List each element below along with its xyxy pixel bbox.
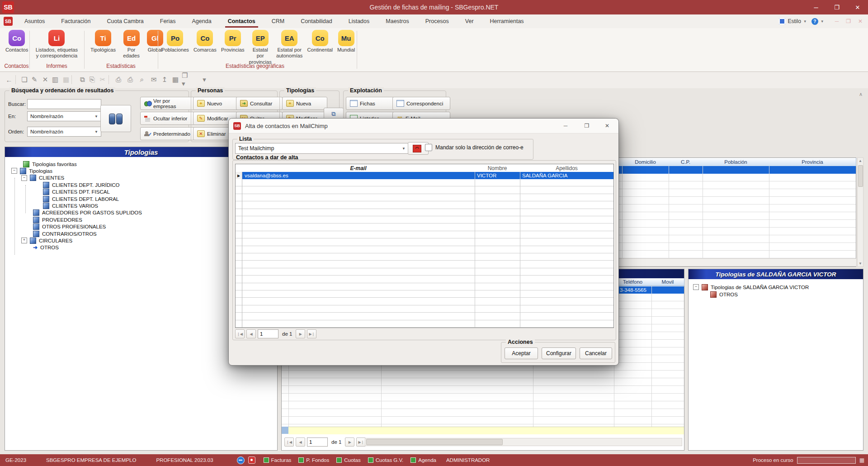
menu-item-crm[interactable]: CRM <box>264 14 292 28</box>
send-only-email-option[interactable]: Mandar solo la dirección de correo-e <box>425 144 524 151</box>
open-icon[interactable]: ▥ <box>50 74 61 85</box>
menu-item-listados[interactable]: Listados <box>340 14 378 28</box>
send-only-email-checkbox[interactable] <box>425 144 432 151</box>
back-icon[interactable]: ← <box>4 74 14 85</box>
en-select[interactable]: Nombre/razón▼ <box>27 111 101 121</box>
horizontal-scrollbar[interactable] <box>365 438 682 446</box>
menu-item-ver[interactable]: Ver <box>457 14 482 28</box>
help-menu[interactable]: ? ▼ <box>811 18 824 25</box>
column-header-telefono[interactable]: Teléfono <box>614 278 652 286</box>
tree-item-tipologias[interactable]: −Tipologias <box>11 167 52 174</box>
ribbon-button-comarcas[interactable]: CoComarcas <box>193 30 217 53</box>
column-header-movil[interactable]: Movil <box>651 278 684 286</box>
mdi-close-icon[interactable]: ✕ <box>858 18 863 24</box>
nueva-tipologia-button[interactable]: ✦Nueva <box>282 97 327 110</box>
vertical-scrollbar[interactable]: ▲ ▼ <box>857 157 863 267</box>
tree-item-otros-profesionales[interactable]: OTROS PROFESIONALES <box>33 223 106 230</box>
aceptar-button[interactable]: Aceptar <box>505 347 538 359</box>
ribbon-button-mundial[interactable]: MuMundial <box>337 30 355 53</box>
collapse-icon[interactable]: − <box>693 284 699 290</box>
menu-item-ferias[interactable]: Ferias <box>152 14 184 28</box>
search-binoculars-button[interactable] <box>100 105 131 132</box>
dialog-maximize-icon[interactable]: ❐ <box>576 119 597 133</box>
edit-icon[interactable]: ✎ <box>29 74 40 85</box>
close-icon[interactable]: ✕ <box>847 0 868 14</box>
tree-item-clientes-varios[interactable]: CLIENTES VARIOS <box>43 202 98 209</box>
mdi-minimize-icon[interactable]: ─ <box>835 18 839 24</box>
consultar-button[interactable]: ➜Consultar <box>236 97 283 110</box>
next-record-icon[interactable]: ▶ <box>345 437 354 447</box>
preview-icon[interactable]: ⌕ <box>137 74 147 85</box>
ribbon-button-estatal-por-provincias[interactable]: EPEstatal por provincias <box>249 30 272 65</box>
send-mail-icon[interactable]: ✉ <box>148 74 159 85</box>
tree-item-contrarios-otros[interactable]: CONTRARIOS/OTROS <box>33 230 97 237</box>
tree-item-clientes[interactable]: −CLIENTES <box>21 175 64 181</box>
ribbon-button-listados-etiquetas-y-correspondencia[interactable]: LiListados, etiquetas y correspondencia <box>36 30 78 59</box>
tree-item-clientes-dept-laboral[interactable]: CLIENTES DEPT. LABORAL <box>43 195 119 202</box>
column-header-nombre[interactable]: Nombre <box>475 164 520 172</box>
nuevo-button[interactable]: ✦Nuevo <box>193 97 240 110</box>
maximize-icon[interactable]: ❐ <box>826 0 847 14</box>
save-icon[interactable]: ▦ <box>61 74 71 85</box>
configurar-button[interactable]: Configurar <box>542 347 576 359</box>
menu-item-facturaci-n[interactable]: Facturación <box>53 14 99 28</box>
cancelar-button[interactable]: Cancelar <box>580 347 612 359</box>
dialog-close-icon[interactable]: ✕ <box>597 119 618 133</box>
selected-contact-row[interactable]: vsaldana@sbss.es VICTOR SALDAÑA GARCIA <box>242 172 613 179</box>
tree-item-acreedores-por-gastos-suplidos[interactable]: ACREEDORES POR GASTOS SUPLIDOS <box>33 209 142 216</box>
page-number-field[interactable]: 1 <box>307 437 328 447</box>
ribbon-button-poblaciones[interactable]: PoPoblaciones <box>161 30 189 53</box>
tree-item-clientes-dept-jur-dico[interactable]: CLIENTES DEPT. JURÍDICO <box>43 181 120 188</box>
ribbon-button-tipol-gicas[interactable]: TiTipológicas <box>90 30 116 53</box>
tree-item-otros[interactable]: OTROS <box>710 291 738 298</box>
toolbar-options-icon[interactable]: ▾ <box>199 74 210 85</box>
window-icon[interactable]: ▦ <box>170 74 181 85</box>
collapse-icon[interactable]: − <box>21 175 27 181</box>
ver-por-empresas-button[interactable]: Ver por empresas <box>140 97 194 110</box>
export-icon[interactable]: ↥ <box>159 74 170 85</box>
expand-icon[interactable]: + <box>21 238 27 243</box>
menu-item-contabilidad[interactable]: Contabilidad <box>292 14 340 28</box>
ocultar-inferior-button[interactable]: Ocultar inferior <box>140 112 194 125</box>
dialog-minimize-icon[interactable]: ─ <box>555 119 576 133</box>
scrollbar-thumb[interactable] <box>858 165 863 187</box>
tree-item-circulares[interactable]: +CIRCULARES <box>21 237 72 244</box>
search-input[interactable] <box>27 99 101 109</box>
tree-item-otros[interactable]: ➜OTROS <box>33 244 59 251</box>
minimize-icon[interactable]: ─ <box>806 0 826 14</box>
empty-rows[interactable] <box>236 179 613 328</box>
menu-item-maestros[interactable]: Maestros <box>377 14 417 28</box>
print-setup-icon[interactable]: ⎙ <box>125 74 136 85</box>
print-icon[interactable]: ⎙ <box>113 74 124 85</box>
column-header-apellidos[interactable]: Apellidos <box>520 164 613 172</box>
lista-select[interactable]: Test Mailchimp ▼ <box>235 143 409 154</box>
paste-icon[interactable]: ⎘ <box>87 74 98 85</box>
cut-icon[interactable]: ✂ <box>97 74 108 85</box>
previous-record-icon[interactable]: ◀ <box>296 437 305 447</box>
ribbon-button-por-edades[interactable]: EdPor edades <box>123 30 140 59</box>
menu-item-agenda[interactable]: Agenda <box>184 14 220 28</box>
cascade-windows-icon[interactable]: ❐ ▾ <box>182 74 193 85</box>
menu-item-contactos[interactable]: Contactos <box>220 14 264 28</box>
ribbon-button-contactos[interactable]: CoContactos <box>5 30 28 53</box>
mdi-restore-icon[interactable]: ❐ <box>846 18 851 24</box>
scroll-down-icon[interactable]: ▼ <box>859 262 862 266</box>
scrollbar-thumb[interactable] <box>366 439 503 445</box>
fichas-button[interactable]: Fichas <box>346 97 395 110</box>
new-document-icon[interactable]: ❏ <box>19 74 30 85</box>
column-header-poblacion[interactable]: Población <box>703 158 769 166</box>
menu-item-herramientas[interactable]: Herramientas <box>482 14 532 28</box>
scroll-up-icon[interactable]: ▲ <box>859 159 862 163</box>
column-header-provincia[interactable]: Provincia <box>769 158 856 166</box>
correspondencia-button[interactable]: Correspondenci <box>392 97 450 110</box>
tree-item-proveedores[interactable]: PROVEEDORES <box>33 216 82 223</box>
column-header-domicilio[interactable]: Domicilio <box>622 158 669 166</box>
previous-record-icon[interactable]: ◀ <box>246 329 256 338</box>
collapse-ribbon-icon[interactable]: ∧ <box>857 91 864 98</box>
delete-icon[interactable]: ✕ <box>40 74 51 85</box>
ribbon-button-continental[interactable]: CoContinental <box>307 30 333 53</box>
orden-select[interactable]: Nombre/razón▼ <box>27 127 101 137</box>
next-record-icon[interactable]: ▶ <box>296 329 305 338</box>
tree-item-root[interactable]: − Tipologias de SALDAÑA GARCIA VICTOR <box>693 284 809 290</box>
tree-item-tipologias-favoritas[interactable]: Tipologias favoritas <box>23 161 77 167</box>
